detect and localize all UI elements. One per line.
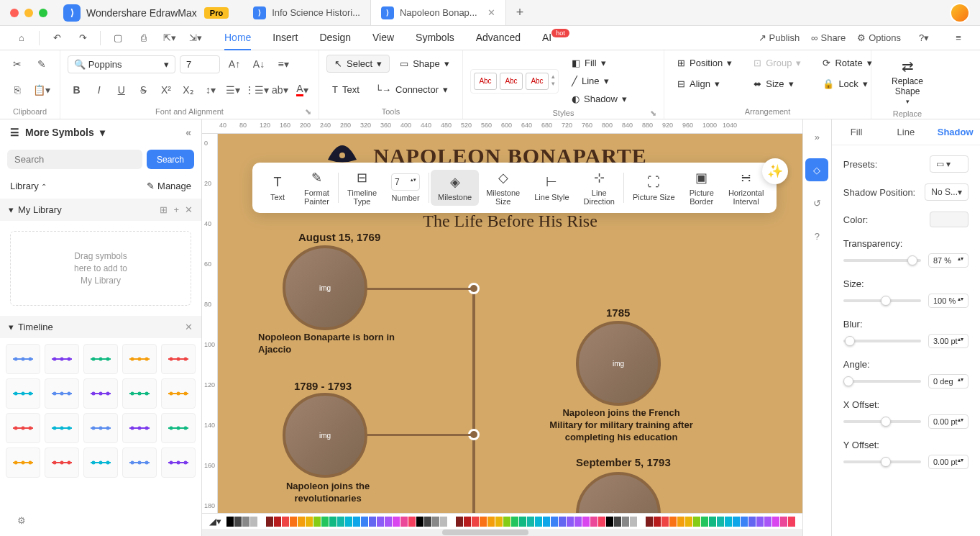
- size-slider[interactable]: [843, 299, 921, 302]
- bold-icon[interactable]: B: [68, 81, 86, 99]
- expand-icon[interactable]: ⬊: [305, 107, 311, 117]
- select-button[interactable]: ↖Select▾: [326, 55, 390, 73]
- text-button[interactable]: TText: [326, 81, 365, 98]
- timeline-symbol[interactable]: [45, 413, 79, 443]
- timeline-symbol[interactable]: [6, 344, 40, 374]
- redo-icon[interactable]: ↷: [71, 28, 94, 48]
- timeline-symbol[interactable]: [161, 413, 196, 443]
- ft-format-painter[interactable]: ✎Format Painter: [297, 170, 336, 206]
- panel-tab-line[interactable]: Line: [881, 119, 931, 145]
- timeline-symbol[interactable]: [83, 413, 118, 443]
- paste-icon[interactable]: 📋▾: [32, 81, 52, 99]
- grid-icon[interactable]: ⊞: [160, 204, 168, 215]
- mylib-section[interactable]: ▾ My Library ⊞ + ✕: [0, 199, 201, 221]
- color-swatch[interactable]: [677, 517, 684, 527]
- color-swatch[interactable]: [258, 517, 265, 527]
- size-select[interactable]: 7: [180, 55, 220, 73]
- milestone-image[interactable]: img: [283, 245, 367, 330]
- timeline-section[interactable]: ▾ Timeline ✕: [0, 316, 201, 338]
- color-swatch[interactable]: [709, 517, 716, 527]
- color-swatch[interactable]: [472, 517, 479, 527]
- color-swatch[interactable]: [337, 517, 344, 527]
- color-swatch[interactable]: [551, 517, 558, 527]
- settings-icon[interactable]: ⚙: [10, 509, 33, 532]
- timeline-symbol[interactable]: [6, 413, 40, 443]
- copy-icon[interactable]: ⎘: [7, 81, 27, 99]
- undo-icon[interactable]: ↶: [45, 28, 68, 48]
- color-swatch[interactable]: [464, 517, 471, 527]
- milestone-image[interactable]: img: [576, 321, 661, 406]
- line-button[interactable]: ╱Line▾: [566, 73, 633, 89]
- color-swatch[interactable]: [638, 517, 645, 527]
- timeline-symbol[interactable]: [161, 448, 196, 478]
- case-icon[interactable]: ab▾: [271, 81, 289, 99]
- color-swatch[interactable]: [242, 517, 249, 527]
- color-swatch[interactable]: [543, 517, 550, 527]
- plus-icon[interactable]: +: [173, 204, 179, 215]
- timeline-symbol[interactable]: [45, 344, 79, 374]
- spacing-icon[interactable]: ↕▾: [202, 81, 220, 99]
- panel-tab-fill[interactable]: Fill: [832, 119, 881, 145]
- connector-button[interactable]: └→Connector▾: [370, 81, 454, 98]
- timeline-symbol[interactable]: [122, 448, 157, 478]
- search-input[interactable]: [7, 150, 142, 169]
- window-close[interactable]: [10, 9, 19, 17]
- color-swatch[interactable]: [646, 517, 653, 527]
- color-swatch[interactable]: [788, 517, 795, 527]
- color-swatch[interactable]: [440, 517, 447, 527]
- color-swatch[interactable]: [408, 517, 416, 527]
- underline-icon[interactable]: U: [112, 81, 130, 99]
- horizontal-scrollbar[interactable]: [202, 529, 802, 536]
- color-swatch[interactable]: [661, 517, 669, 527]
- color-swatch[interactable]: [377, 517, 384, 527]
- color-swatch[interactable]: [329, 517, 336, 527]
- fill-button[interactable]: ◧Fill▾: [566, 55, 633, 71]
- ft-picture-size[interactable]: ⛶Picture Size: [626, 170, 682, 206]
- save-icon[interactable]: ▢: [106, 28, 129, 48]
- cut-icon[interactable]: ✂: [7, 55, 27, 73]
- timeline-symbol[interactable]: [122, 344, 157, 374]
- color-swatch[interactable]: [361, 517, 368, 527]
- timeline-symbol[interactable]: [161, 344, 196, 374]
- color-swatch[interactable]: [559, 517, 566, 527]
- timeline-line[interactable]: [472, 285, 475, 513]
- color-swatch[interactable]: [448, 517, 455, 527]
- color-swatch[interactable]: [772, 517, 779, 527]
- history-icon[interactable]: ↺: [805, 191, 828, 214]
- ft-number[interactable]: 7▴▾Number: [384, 170, 427, 206]
- timeline-symbol[interactable]: [6, 448, 40, 478]
- align-button[interactable]: ⊟Align▾: [672, 76, 738, 92]
- color-swatch[interactable]: [741, 517, 748, 527]
- color-swatch[interactable]: [622, 517, 629, 527]
- menu-ai[interactable]: AIhot: [542, 26, 569, 50]
- ft-milestone-size[interactable]: ◇Milestone Size: [479, 170, 527, 206]
- subscript-icon[interactable]: X₂: [179, 81, 197, 99]
- canvas[interactable]: NAPOLEON BONAPARTE The Life Before His R…: [218, 134, 802, 513]
- blur-slider[interactable]: [843, 340, 921, 342]
- options-button[interactable]: ⚙Options: [857, 32, 901, 43]
- ft-text[interactable]: TText: [258, 170, 297, 206]
- size-button[interactable]: ⬌Size▾: [748, 76, 807, 92]
- replace-shape-button[interactable]: ⇄ Replace Shape ▾: [879, 55, 936, 108]
- color-swatch[interactable]: [669, 517, 677, 527]
- scroll-down-icon[interactable]: ▾: [551, 80, 555, 87]
- close-icon[interactable]: ✕: [185, 204, 193, 215]
- panel-tab-shadow[interactable]: Shadow: [930, 119, 980, 145]
- color-swatch[interactable]: [630, 517, 637, 527]
- timeline-symbol[interactable]: [83, 344, 118, 374]
- color-swatch[interactable]: [693, 517, 700, 527]
- group-button[interactable]: ⊡Group▾: [748, 55, 807, 71]
- color-swatch[interactable]: [250, 517, 257, 527]
- yoffset-slider[interactable]: [843, 460, 921, 463]
- color-swatch[interactable]: [274, 517, 281, 527]
- color-swatch[interactable]: [393, 517, 400, 527]
- share-button[interactable]: ∞Share: [811, 32, 846, 43]
- color-swatch[interactable]: [369, 517, 376, 527]
- color-swatch[interactable]: [780, 517, 787, 527]
- help-icon[interactable]: ?▾: [912, 28, 935, 48]
- timeline-symbol[interactable]: [122, 413, 157, 443]
- style-preview[interactable]: Abc: [526, 73, 549, 90]
- fill-dropper-icon[interactable]: ◢▾: [209, 516, 221, 527]
- drop-zone[interactable]: Drag symbols here to add to My Library: [10, 231, 191, 306]
- print-icon[interactable]: ⎙: [132, 28, 155, 48]
